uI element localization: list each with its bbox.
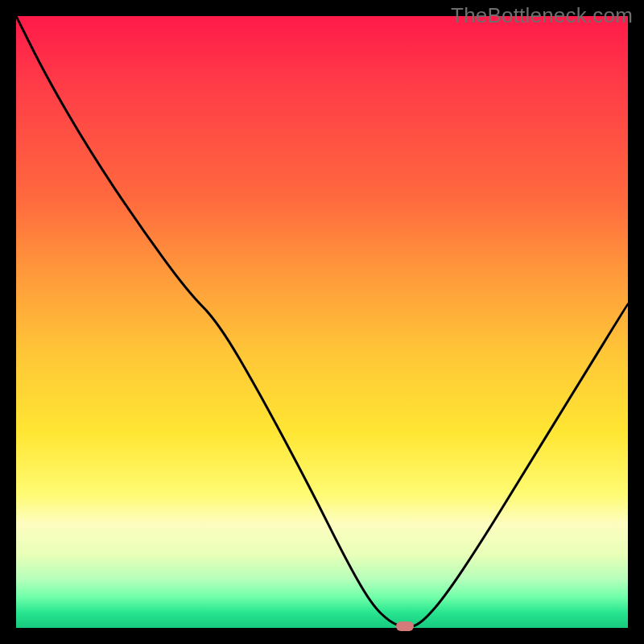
bottleneck-curve [16,16,628,628]
optimum-marker [396,621,414,631]
chart-frame: TheBottleneck.com [0,0,644,644]
watermark-text: TheBottleneck.com [451,3,633,28]
